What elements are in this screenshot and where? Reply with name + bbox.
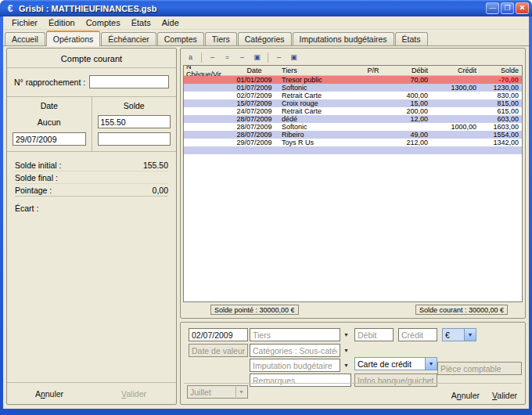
menu-item-edition[interactable]: Édition xyxy=(43,17,81,28)
view-grid-2-button[interactable]: ▣ xyxy=(287,52,300,63)
table-header-row: N° Chèque/VirDateTiersP/RDébitCréditSold… xyxy=(184,66,522,76)
transaction-row[interactable]: 02/07/2009Retrait Carte400,00830,00 xyxy=(184,92,522,99)
cell-debit: 70,00 xyxy=(384,76,428,84)
cell-debit: 49,00 xyxy=(384,131,428,139)
cell-debit: 12,00 xyxy=(384,115,428,123)
budget-dropdown-icon[interactable]: ▼ xyxy=(343,363,349,368)
tab-etats[interactable]: États xyxy=(395,32,428,45)
cell-solde: 603,00 xyxy=(476,115,522,123)
cell-solde: 1342,00 xyxy=(476,139,522,146)
view-two-lines-button[interactable]: = xyxy=(221,52,234,63)
cell-credit xyxy=(428,107,476,115)
column-header-solde[interactable]: Solde xyxy=(476,67,522,74)
app-icon: € xyxy=(5,3,16,14)
transaction-row[interactable]: 28/07/2009Ribeiro49,001554,00 xyxy=(184,131,522,139)
menu-item-fichier[interactable]: Fichier xyxy=(6,17,43,28)
transaction-row[interactable]: 29/07/2009Toys R Us212,001342,00 xyxy=(184,139,522,146)
transaction-date-input[interactable] xyxy=(189,328,248,341)
transaction-row[interactable]: 28/07/2009dédé12,00603,00 xyxy=(184,115,522,123)
menu-item-comptes[interactable]: Comptes xyxy=(81,17,126,28)
bank-info-input[interactable] xyxy=(354,374,437,387)
view-one-line-button[interactable]: – xyxy=(206,52,219,63)
tab-categories[interactable]: Catégories xyxy=(238,32,292,45)
transaction-row[interactable]: 28/07/2009Softonic1000,001603,00 xyxy=(184,123,522,131)
column-header-date[interactable]: Date xyxy=(229,67,279,74)
payment-method-dropdown-icon[interactable]: ▼ xyxy=(425,358,437,370)
column-header-tiers[interactable]: Tiers xyxy=(279,67,362,74)
transaction-row[interactable]: 01/07/2009Softonic1300,001230,00 xyxy=(184,84,522,92)
menu-item-aide[interactable]: Aide xyxy=(156,17,185,28)
reconcile-date-input[interactable] xyxy=(13,132,86,146)
list-view-toolbar: a–=–▣–▣ xyxy=(182,50,523,64)
cell-tiers: dédé xyxy=(279,115,362,123)
voucher-input[interactable] xyxy=(437,362,522,375)
payment-method-value: Carte de crédit xyxy=(358,359,412,369)
transaction-row[interactable] xyxy=(184,146,522,154)
tab-imputations-budgetaires[interactable]: Imputations budgétaires xyxy=(293,32,394,45)
tiers-dropdown-icon[interactable]: ▼ xyxy=(343,332,349,337)
tab-comptes[interactable]: Comptes xyxy=(157,32,204,45)
form-cancel-button[interactable]: Annuler xyxy=(451,391,480,400)
cell-debit xyxy=(384,146,428,154)
payment-method-select[interactable]: Carte de crédit ▼ xyxy=(354,357,437,370)
solde-initial-input[interactable] xyxy=(98,115,171,128)
font-button[interactable]: a xyxy=(184,52,197,63)
cell-date: 15/07/2009 xyxy=(229,99,279,107)
form-validate-button[interactable]: Valider xyxy=(492,391,517,400)
view-four-lines-button[interactable]: – xyxy=(272,52,286,63)
view-grid-button[interactable]: ▣ xyxy=(250,52,264,63)
solde-initial-label: Solde initial : xyxy=(15,161,62,170)
date-column-header: Date xyxy=(13,99,86,111)
categories-combo-input[interactable] xyxy=(250,344,340,357)
cell-pr xyxy=(362,123,384,131)
reconcile-validate-button[interactable]: Valider xyxy=(92,389,176,399)
cell-solde xyxy=(476,146,522,154)
tab-echeancier[interactable]: Échéancier xyxy=(101,32,156,45)
transaction-row[interactable]: 15/07/2009Croix rouge15,00815,00 xyxy=(184,99,522,107)
budget-combo-input[interactable] xyxy=(250,359,340,372)
maximize-button[interactable]: ❐ xyxy=(501,2,514,14)
month-dropdown-icon[interactable]: ▼ xyxy=(235,387,246,397)
currency-select[interactable]: € ▼ xyxy=(442,328,476,341)
cell-debit: 15,00 xyxy=(384,99,428,107)
solde-column-header: Solde xyxy=(98,99,171,111)
currency-dropdown-icon[interactable]: ▼ xyxy=(464,329,476,341)
month-select[interactable]: Juillet ▼ xyxy=(187,385,248,399)
minimize-button[interactable]: — xyxy=(486,2,499,14)
solde-final-input[interactable] xyxy=(98,132,171,146)
tab-operations[interactable]: Opérations xyxy=(46,31,100,46)
main-area: Compte courant N° rapprochement : Date A… xyxy=(3,46,529,409)
transactions-table[interactable]: N° Chèque/VirDateTiersP/RDébitCréditSold… xyxy=(183,65,523,302)
tab-accueil[interactable]: Accueil xyxy=(5,32,45,45)
menu-item-etats[interactable]: États xyxy=(126,17,156,28)
tab-tiers[interactable]: Tiers xyxy=(205,32,237,45)
value-date-input[interactable] xyxy=(189,344,248,357)
transaction-row[interactable]: 01/01/2009Tresor public70,00-70,00 xyxy=(184,76,522,84)
debit-input[interactable] xyxy=(354,328,394,341)
month-value: Juillet xyxy=(190,388,211,397)
cell-check xyxy=(184,123,229,131)
column-header-debit[interactable]: Débit xyxy=(384,67,428,74)
remarks-input[interactable] xyxy=(250,374,351,387)
cell-solde: 1603,00 xyxy=(476,123,522,131)
column-header-credit[interactable]: Crédit xyxy=(428,67,476,74)
reconcile-cancel-button[interactable]: Annuler xyxy=(7,389,92,399)
cell-solde: 1230,00 xyxy=(476,84,522,92)
solde-initial-value: 155.50 xyxy=(143,161,168,170)
view-three-lines-button[interactable]: – xyxy=(235,52,249,63)
column-header-pr[interactable]: P/R xyxy=(362,67,384,74)
cell-credit xyxy=(428,131,476,139)
title-bar[interactable]: € Grisbi : MATTHIEUFINANCES.gsb — ❐ ✕ xyxy=(0,0,532,16)
transaction-row[interactable]: 24/07/2009Retrait Carte200,00615,00 xyxy=(184,107,522,115)
categories-dropdown-icon[interactable]: ▼ xyxy=(343,348,349,353)
solde-final-label: Solde final : xyxy=(15,173,58,182)
cell-date: 29/07/2009 xyxy=(229,139,279,146)
close-button[interactable]: ✕ xyxy=(516,2,529,14)
cell-pr xyxy=(362,107,384,115)
cell-solde: -70,00 xyxy=(476,76,522,84)
reconcile-number-input[interactable] xyxy=(89,75,169,88)
credit-input[interactable] xyxy=(398,328,437,341)
solde-pointe-badge: Solde pointé : 30000,00 € xyxy=(210,305,299,315)
cell-tiers: Toys R Us xyxy=(279,139,362,146)
tiers-combo-input[interactable] xyxy=(250,328,340,341)
